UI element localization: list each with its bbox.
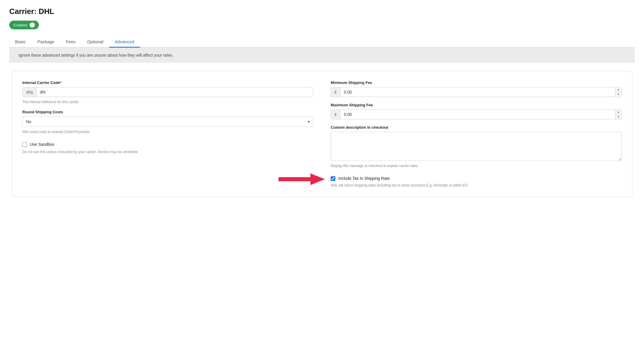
left-column: Internal Carrier Code* shq The internal … <box>22 80 313 187</box>
enabled-label: Enabled <box>13 23 27 27</box>
internal-carrier-code-group: Internal Carrier Code* shq The internal … <box>22 80 313 104</box>
round-shipping-costs-hint: Will round costs to nearest Dollar/Pound… <box>22 130 313 134</box>
min-shipping-fee-input[interactable] <box>341 87 615 97</box>
round-shipping-costs-select[interactable]: No Yes <box>22 116 313 127</box>
max-shipping-fee-label: Maximum Shipping Fee <box>331 103 622 107</box>
page-title: Carrier: DHL <box>9 7 635 16</box>
max-shipping-fee-group: Maximum Shipping Fee £ ▲ ▼ <box>331 103 622 119</box>
internal-carrier-code-input-wrapper: shq <box>22 87 313 97</box>
annotation-arrow-svg <box>278 172 325 186</box>
min-shipping-fee-group: Minimum Shipping Fee £ ▲ ▼ <box>331 80 622 97</box>
use-sandbox-label: Use Sandbox <box>30 142 54 147</box>
internal-carrier-code-input[interactable] <box>37 87 313 97</box>
form-card: Internal Carrier Code* shq The internal … <box>12 71 632 197</box>
min-fee-spinners: ▲ ▼ <box>615 87 621 97</box>
form-grid: Internal Carrier Code* shq The internal … <box>22 80 622 187</box>
page-container: Carrier: DHL Enabled Basic Package Fees … <box>0 0 644 359</box>
tab-advanced[interactable]: Advanced <box>109 36 140 47</box>
custom-description-group: Custom description in checkout Display t… <box>331 125 622 168</box>
include-tax-group: Include Tax in Shipping Rate DHL will re… <box>331 174 622 187</box>
max-fee-decrement[interactable]: ▼ <box>615 115 621 119</box>
carrier-code-prefix: shq <box>23 87 37 97</box>
min-fee-increment[interactable]: ▲ <box>615 87 621 92</box>
info-banner: Ignore these advanced settings if you ar… <box>9 48 635 63</box>
use-sandbox-checkbox[interactable] <box>22 142 27 147</box>
info-banner-text: Ignore these advanced settings if you ar… <box>19 53 173 58</box>
internal-carrier-code-hint: The internal reference for this carrier <box>22 100 313 104</box>
min-fee-currency-symbol: £ <box>331 87 341 97</box>
max-shipping-fee-input-wrapper: £ ▲ ▼ <box>331 110 622 119</box>
min-shipping-fee-input-wrapper: £ ▲ ▼ <box>331 87 622 97</box>
include-tax-label: Include Tax in Shipping Rate <box>338 176 390 181</box>
round-shipping-costs-select-wrapper: No Yes ▾ <box>22 116 313 127</box>
right-column: Minimum Shipping Fee £ ▲ ▼ Maximum Shipp… <box>331 80 622 187</box>
tabs-nav: Basic Package Fees Optional Advanced <box>9 36 635 47</box>
internal-carrier-code-label: Internal Carrier Code* <box>22 80 313 85</box>
round-shipping-costs-label: Round Shipping Costs <box>22 110 313 114</box>
round-shipping-costs-group: Round Shipping Costs No Yes ▾ Will round… <box>22 110 313 134</box>
include-tax-checkbox[interactable] <box>331 176 335 181</box>
tab-optional[interactable]: Optional <box>81 36 109 47</box>
svg-marker-0 <box>278 173 325 185</box>
custom-description-hint: Display this message at checkout to expl… <box>331 164 622 168</box>
use-sandbox-group: Use Sandbox Do not use this unless instr… <box>22 140 313 154</box>
max-fee-spinners: ▲ ▼ <box>615 110 621 119</box>
custom-description-label: Custom description in checkout <box>331 125 622 130</box>
tab-package[interactable]: Package <box>32 36 60 47</box>
min-shipping-fee-label: Minimum Shipping Fee <box>331 80 622 85</box>
tab-basic[interactable]: Basic <box>9 36 32 47</box>
use-sandbox-checkbox-group: Use Sandbox <box>22 142 313 147</box>
tab-fees[interactable]: Fees <box>60 36 81 47</box>
use-sandbox-hint: Do not use this unless instructed by you… <box>22 150 313 154</box>
include-tax-hint: DHL will return shipping rates including… <box>331 183 622 187</box>
max-fee-currency-symbol: £ <box>331 110 341 119</box>
include-tax-checkbox-group: Include Tax in Shipping Rate <box>331 176 622 181</box>
max-shipping-fee-input[interactable] <box>341 110 615 119</box>
include-tax-section-wrapper: Include Tax in Shipping Rate DHL will re… <box>331 174 622 187</box>
annotation-arrow-container <box>278 172 325 186</box>
max-fee-increment[interactable]: ▲ <box>615 110 621 114</box>
min-fee-decrement[interactable]: ▼ <box>615 92 621 97</box>
toggle-knob <box>30 22 35 28</box>
custom-description-textarea[interactable] <box>331 132 622 161</box>
enabled-toggle[interactable]: Enabled <box>9 21 39 29</box>
